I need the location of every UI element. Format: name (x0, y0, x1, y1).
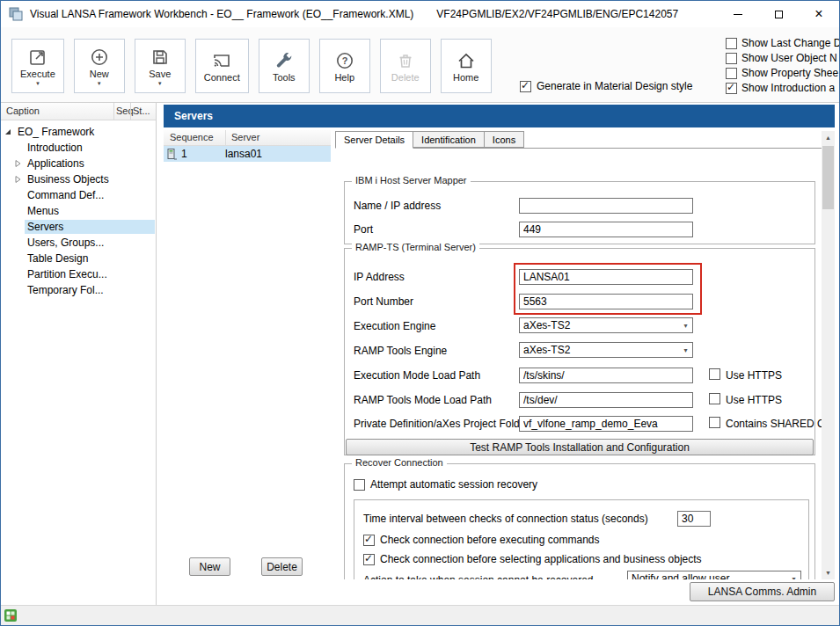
show-last-change-row: Show Last Change D (726, 37, 840, 49)
status-column-header[interactable]: St... (133, 106, 150, 116)
execution-engine-select[interactable]: aXes-TS2 ▾ (519, 317, 693, 333)
host-mapper-group-title: IBM i Host Server Mapper (352, 175, 471, 186)
dropdown-arrow-icon[interactable]: ▼ (157, 81, 163, 86)
scroll-up-icon[interactable]: ▲ (822, 131, 835, 144)
help-button[interactable]: ? Help (319, 39, 370, 93)
tab-server-details[interactable]: Server Details (335, 131, 413, 149)
sequence-column-header[interactable]: Sequence (170, 132, 214, 142)
connect-button[interactable]: Connect (195, 39, 249, 93)
toolbar: Execute ▼ New ▼ Save ▼ Connect Tools (1, 27, 839, 103)
ramp-tools-engine-select[interactable]: aXes-TS2 ▾ (519, 342, 693, 358)
save-button[interactable]: Save ▼ (135, 39, 186, 93)
tree-item-framework[interactable]: EO_ Framework (1, 124, 156, 140)
tree-item-temporary-folder[interactable]: Temporary Fol... (1, 282, 156, 298)
ramp-tools-path-label: RAMP Tools Mode Load Path (354, 394, 492, 406)
attempt-recovery-checkbox[interactable] (354, 479, 365, 491)
chevron-down-icon: ▾ (787, 575, 800, 580)
maximize-button[interactable] (758, 1, 799, 27)
server-list: Sequence Server 1 lansa01 (164, 130, 331, 553)
connect-icon (211, 50, 232, 71)
server-delete-button[interactable]: Delete (261, 557, 303, 576)
show-user-object-checkbox[interactable] (726, 53, 737, 64)
execute-button[interactable]: Execute ▼ (11, 39, 64, 93)
tree-item-applications[interactable]: Applications (1, 156, 156, 171)
test-ramp-tools-button[interactable]: Test RAMP Tools Installation and Configu… (346, 439, 814, 455)
check-before-select-row: Check connection before selecting applic… (363, 553, 702, 565)
caption-column-header[interactable]: Caption (6, 106, 40, 116)
project-folder-input[interactable] (519, 416, 693, 432)
name-ip-input[interactable] (519, 198, 693, 214)
column-divider[interactable] (113, 103, 114, 120)
check-before-exec-checkbox[interactable] (363, 535, 375, 546)
show-introduction-row: Show Introduction a (726, 82, 840, 94)
scroll-down-icon[interactable]: ▼ (822, 566, 835, 579)
dropdown-arrow-icon[interactable]: ▼ (97, 81, 102, 86)
window-session-id: VF24PGMLIB/EX2/VF24PGMLIB/ENG/EPC142057 (436, 8, 678, 20)
panel-title: Servers (174, 110, 213, 122)
column-divider[interactable] (225, 130, 226, 145)
host-port-input[interactable] (519, 222, 693, 237)
save-icon (150, 47, 171, 68)
server-new-button[interactable]: New (189, 557, 230, 576)
tree-item-business-objects[interactable]: Business Objects (1, 171, 156, 187)
show-property-sheet-checkbox[interactable] (726, 68, 737, 79)
minimize-icon (734, 14, 742, 15)
tree-header: Caption Seq St... (1, 103, 156, 120)
tab-identification[interactable]: Identification (413, 131, 485, 148)
collapsed-icon[interactable] (13, 159, 24, 168)
tools-button[interactable]: Tools (259, 39, 310, 93)
recovery-action-select[interactable]: Notify and allow user... ▾ (627, 571, 801, 579)
lansa-comms-admin-button[interactable]: LANSA Comms. Admin (690, 582, 835, 601)
server-row-lansa01[interactable]: 1 lansa01 (164, 146, 331, 162)
chevron-down-icon: ▾ (679, 322, 692, 330)
server-column-header[interactable]: Server (231, 132, 259, 142)
server-icon (166, 148, 179, 160)
titlebar: Visual LANSA Framework Workbench - EO__ … (1, 1, 839, 27)
dropdown-arrow-icon[interactable]: ▼ (35, 81, 40, 86)
tree-item-table-design[interactable]: Table Design (1, 251, 156, 266)
server-sequence: 1 (181, 148, 225, 160)
show-last-change-checkbox[interactable] (726, 38, 737, 49)
details-scrollbar[interactable]: ▲ ▼ (822, 131, 835, 579)
recover-group-title: Recover Connection (352, 457, 447, 468)
show-introduction-checkbox[interactable] (726, 83, 737, 94)
minimize-button[interactable] (718, 1, 758, 27)
recover-connection-group: Recover Connection Attempt automatic ses… (344, 463, 815, 579)
name-ip-label: Name / IP address (354, 200, 441, 212)
tree-item-users-groups[interactable]: Users, Groups... (1, 235, 156, 251)
use-https-ramp-checkbox[interactable] (709, 393, 720, 404)
tree-item-partition-execution[interactable]: Partition Execu... (1, 266, 156, 282)
check-before-select-checkbox[interactable] (363, 554, 375, 565)
scrollbar-thumb[interactable] (822, 146, 834, 209)
ip-address-input[interactable] (519, 269, 693, 285)
generate-material-checkbox[interactable] (520, 81, 531, 92)
ramp-ts-group-title: RAMP-TS (Terminal Server) (352, 242, 479, 252)
column-divider[interactable] (130, 103, 131, 120)
collapsed-icon[interactable] (13, 175, 24, 184)
execute-icon (27, 47, 48, 68)
details-content: IBM i Host Server Mapper Name / IP addre… (335, 149, 822, 579)
tree-item-introduction[interactable]: Introduction (1, 140, 156, 156)
expanded-icon[interactable] (4, 127, 14, 136)
tab-icons[interactable]: Icons (484, 131, 524, 148)
close-button[interactable]: × (799, 1, 839, 27)
app-icon (9, 7, 23, 21)
interval-input[interactable] (677, 511, 711, 527)
tree-item-menus[interactable]: Menus (1, 203, 156, 219)
contains-shared-checkbox[interactable] (709, 417, 720, 428)
use-https-exec-checkbox[interactable] (709, 368, 720, 380)
tree-item-command-def[interactable]: Command Def... (1, 187, 156, 203)
generate-material-checkbox-row: Generate in Material Design style (520, 80, 692, 92)
execution-mode-path-input[interactable] (519, 368, 693, 383)
new-icon (89, 47, 110, 68)
navigation-panel: Caption Seq St... EO_ Framework Introduc… (1, 103, 157, 605)
home-button[interactable]: Home (441, 39, 492, 93)
contains-shared-label: Contains SHARED Obje (726, 418, 822, 430)
new-button[interactable]: New ▼ (74, 39, 125, 93)
tree-item-servers[interactable]: Servers (1, 219, 156, 235)
show-property-sheet-row: Show Property Shee (726, 67, 840, 79)
window-controls: × (718, 1, 839, 27)
port-number-input[interactable] (519, 294, 693, 309)
ramp-tools-path-input[interactable] (519, 392, 693, 408)
home-icon (456, 50, 477, 71)
